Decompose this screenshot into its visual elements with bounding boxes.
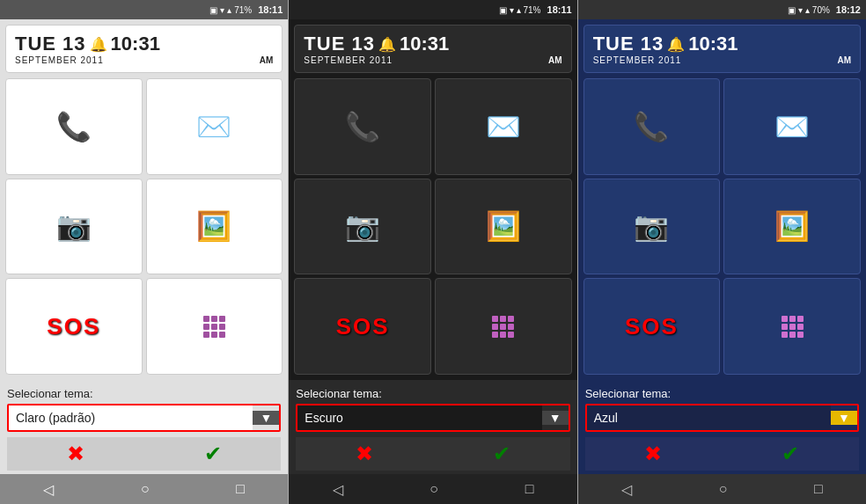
app-cell-sos[interactable]: SOS [5, 278, 143, 375]
clock-ampm: AM [837, 55, 851, 65]
clock-widget: TUE 13 🔔 10:31 SEPTEMBER 2011 AM [583, 25, 861, 73]
message-icon: ✉️ [774, 110, 810, 143]
app-cell-camera[interactable]: 📷 [294, 179, 431, 275]
grid-dot [500, 316, 506, 322]
status-time: 18:11 [547, 4, 572, 15]
notification-icon: ▣ [788, 5, 796, 15]
signal-icon: ▾ [510, 5, 514, 15]
cancel-icon: ✖ [356, 442, 373, 466]
bottom-area: Selecionar tema: Escuro ▼ ✖✔ [289, 380, 576, 474]
wifi-icon: ▴ [227, 5, 231, 15]
grid-dot [508, 316, 514, 322]
confirm-button[interactable]: ✔ [722, 437, 859, 471]
theme-select-wrapper[interactable]: Escuro ▼ [296, 404, 569, 432]
clock-bottom-row: SEPTEMBER 2011 AM [593, 55, 851, 65]
app-cell-apps[interactable] [435, 278, 572, 375]
action-buttons: ✖✔ [7, 437, 281, 471]
grid-dot [492, 324, 498, 330]
select-theme-label: Selecionar tema: [585, 387, 859, 400]
grid-icon [492, 316, 514, 338]
theme-select-input[interactable]: Azul [587, 405, 831, 430]
wifi-icon: ▴ [517, 5, 521, 15]
select-theme-label: Selecionar tema: [7, 387, 281, 400]
cancel-button[interactable]: ✖ [296, 437, 433, 471]
confirm-button[interactable]: ✔ [433, 437, 570, 471]
gallery-icon: 🖼️ [486, 209, 521, 243]
app-cell-gallery[interactable]: 🖼️ [723, 179, 861, 275]
app-cell-sos[interactable]: SOS [583, 278, 721, 375]
app-grid: 📞✉️📷🖼️SOS [5, 78, 283, 375]
app-grid: 📞✉️📷🖼️SOS [294, 78, 571, 375]
clock-top-row: TUE 13 🔔 10:31 [15, 33, 273, 55]
theme-select-arrow[interactable]: ▼ [253, 411, 279, 425]
theme-select-input[interactable]: Escuro [297, 405, 541, 430]
cancel-button[interactable]: ✖ [585, 437, 723, 471]
recents-button[interactable]: □ [236, 481, 245, 497]
app-cell-phone[interactable]: 📞 [294, 78, 431, 175]
sos-label: SOS [47, 313, 100, 340]
grid-dot [211, 324, 217, 330]
back-button[interactable]: ◁ [43, 481, 54, 498]
app-cell-phone[interactable]: 📞 [583, 78, 721, 175]
theme-select-wrapper[interactable]: Claro (padrão) ▼ [7, 404, 281, 432]
app-cell-message[interactable]: ✉️ [435, 78, 572, 175]
clock-ampm: AM [260, 55, 274, 65]
app-cell-gallery[interactable]: 🖼️ [146, 179, 283, 275]
app-cell-phone[interactable]: 📞 [5, 78, 143, 175]
grid-dot [492, 332, 498, 338]
clock-bottom-row: SEPTEMBER 2011 AM [304, 55, 561, 65]
wifi-icon: ▴ [805, 5, 810, 15]
grid-dot [203, 332, 209, 338]
confirm-button[interactable]: ✔ [144, 437, 282, 471]
back-button[interactable]: ◁ [333, 481, 343, 498]
grid-dot [219, 324, 225, 330]
grid-dot [782, 332, 788, 338]
app-grid: 📞✉️📷🖼️SOS [583, 78, 861, 375]
sos-label: SOS [625, 313, 679, 340]
status-bar: ▣ ▾ ▴ 71% 18:11 [0, 0, 288, 19]
theme-select-arrow[interactable]: ▼ [831, 411, 857, 425]
clock-month: SEPTEMBER 2011 [304, 55, 393, 65]
clock-bell-icon: 🔔 [90, 36, 107, 53]
battery-level: 71% [234, 5, 252, 15]
grid-dot [211, 316, 217, 322]
phone-panel-light: ▣ ▾ ▴ 71% 18:11 TUE 13 🔔 10:31 SEPTEMBER… [0, 0, 289, 504]
cancel-button[interactable]: ✖ [7, 437, 144, 471]
phone-panel-blue: ▣ ▾ ▴ 70% 18:12 TUE 13 🔔 10:31 SEPTEMBER… [578, 0, 866, 504]
app-cell-camera[interactable]: 📷 [583, 179, 721, 275]
grid-dot [500, 324, 506, 330]
sos-label: SOS [336, 313, 390, 340]
app-cell-message[interactable]: ✉️ [723, 78, 861, 175]
status-bar: ▣ ▾ ▴ 70% 18:12 [578, 0, 866, 19]
action-buttons: ✖✔ [296, 437, 569, 471]
status-icons: ▣ ▾ ▴ 70% 18:12 [788, 4, 861, 15]
app-cell-sos[interactable]: SOS [294, 278, 431, 375]
app-cell-camera[interactable]: 📷 [5, 179, 143, 275]
status-bar: ▣ ▾ ▴ 71% 18:11 [289, 0, 576, 19]
grid-dot [789, 332, 796, 338]
home-button[interactable]: ○ [719, 481, 728, 497]
app-cell-gallery[interactable]: 🖼️ [435, 179, 572, 275]
signal-icon: ▾ [798, 5, 803, 15]
widget-area: TUE 13 🔔 10:31 SEPTEMBER 2011 AM 📞✉️📷🖼️S… [578, 19, 866, 380]
theme-select-wrapper[interactable]: Azul ▼ [585, 404, 859, 432]
home-button[interactable]: ○ [429, 481, 438, 497]
theme-select-input[interactable]: Claro (padrão) [9, 405, 253, 430]
grid-dot [500, 332, 506, 338]
theme-select-arrow[interactable]: ▼ [542, 411, 569, 425]
app-cell-apps[interactable] [146, 278, 283, 375]
back-button[interactable]: ◁ [621, 481, 632, 498]
recents-button[interactable]: □ [814, 481, 823, 497]
recents-button[interactable]: □ [525, 481, 534, 497]
grid-dot [797, 316, 804, 322]
home-button[interactable]: ○ [141, 481, 150, 497]
message-icon: ✉️ [196, 110, 231, 143]
app-cell-message[interactable]: ✉️ [146, 78, 283, 175]
clock-bottom-row: SEPTEMBER 2011 AM [15, 55, 273, 65]
app-cell-apps[interactable] [723, 278, 861, 375]
clock-date: TUE 13 [15, 33, 86, 55]
confirm-icon: ✔ [782, 442, 799, 466]
clock-widget: TUE 13 🔔 10:31 SEPTEMBER 2011 AM [294, 25, 571, 73]
grid-dot [492, 316, 498, 322]
notification-icon: ▣ [499, 5, 507, 15]
